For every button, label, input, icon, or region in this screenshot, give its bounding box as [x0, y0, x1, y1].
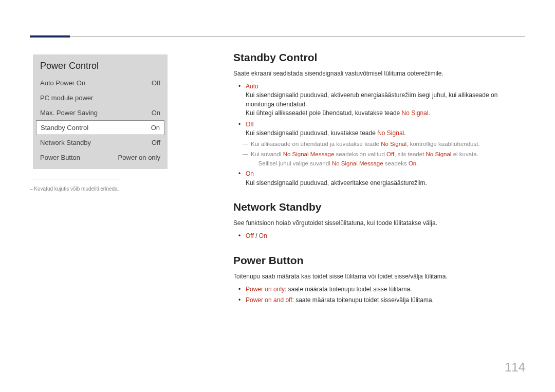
option-off: Off	[246, 232, 254, 239]
panel-row-label: Max. Power Saving	[40, 109, 98, 117]
panel-row-value: Off	[152, 79, 160, 87]
standby-off-subnote-3: — Sellisel juhul valige suvandi No Signa…	[246, 159, 524, 168]
panel-row-standby-control[interactable]: Standby Control On	[36, 120, 164, 135]
network-intro: See funktsioon hoiab võrgutoidet sisselü…	[233, 218, 524, 228]
panel-row-label: Network Standby	[40, 139, 91, 146]
standby-option-off: Off Kui sisendsignaalid puuduvad, kuvata…	[233, 120, 524, 138]
standby-option-on: On Kui sisendsignaalid puuduvad, aktivee…	[233, 170, 524, 188]
standby-intro: Saate ekraani seadistada sisendsignaali …	[233, 69, 524, 78]
option-text: : saate määrata toitenupu toidet sisse l…	[285, 286, 412, 293]
panel-row-value: On	[151, 124, 160, 132]
standby-option-auto: Auto Kui sisendsignaalid puuduvad, aktiv…	[233, 82, 524, 118]
option-text: Kui ühtegi allikaseadet pole ühendatud, …	[246, 109, 402, 117]
content-area: Standby Control Saate ekraani seadistada…	[233, 51, 524, 307]
powerbtn-option-on-and-off: Power on and off: saate määrata toitenup…	[233, 296, 524, 305]
heading-standby-control: Standby Control	[233, 51, 524, 64]
panel-row-label: Standby Control	[41, 124, 88, 132]
header-accent	[30, 35, 70, 38]
page-number: 114	[505, 360, 525, 375]
option-label: Off	[246, 121, 254, 128]
panel-row-max-power-saving[interactable]: Max. Power Saving On	[33, 105, 168, 120]
option-text: : saate määrata toitenupu toidet sisse/v…	[292, 296, 434, 304]
panel-row-value: Power on only	[118, 154, 160, 161]
network-options: Off / On	[233, 232, 524, 240]
option-label: Power on only	[246, 286, 285, 293]
option-label: Auto	[246, 83, 258, 90]
option-text: Kui sisendsignaalid puuduvad, kuvatakse …	[246, 129, 377, 137]
option-text: Kui sisendsignaalid puuduvad, aktiveerub…	[246, 91, 497, 107]
powerbtn-intro: Toitenupu saab määrata kas toidet sisse …	[233, 272, 524, 281]
note-divider	[33, 179, 121, 179]
panel-row-value: On	[152, 109, 160, 117]
option-text: Kui sisendsignaalid puuduvad, aktiveerit…	[246, 179, 427, 186]
heading-power-button: Power Button	[233, 254, 524, 267]
panel-row-network-standby[interactable]: Network Standby Off	[33, 135, 168, 150]
power-control-panel: Power Control Auto Power On Off PC modul…	[33, 54, 168, 169]
panel-row-label: PC module power	[40, 94, 93, 102]
inline-term: No Signal	[402, 109, 429, 117]
panel-row-auto-power-on[interactable]: Auto Power On Off	[33, 76, 168, 90]
panel-row-pc-module-power[interactable]: PC module power	[33, 90, 168, 105]
panel-row-value: Off	[152, 139, 160, 146]
heading-network-standby: Network Standby	[233, 201, 524, 213]
option-text: .	[404, 129, 405, 137]
option-on: On	[259, 232, 267, 239]
model-note: – Kuvatud kujutis võib mudeliti erineda.	[30, 186, 169, 192]
panel-title: Power Control	[33, 54, 168, 76]
standby-off-subnote-2: Kui suvandi No Signal Message seadeks on…	[246, 150, 524, 159]
inline-term: No Signal	[377, 129, 404, 137]
panel-row-label: Auto Power On	[40, 79, 85, 87]
option-text: .	[429, 109, 430, 117]
standby-off-subnote-1: Kui allikaseade on ühendatud ja kuvataks…	[246, 140, 524, 148]
powerbtn-option-on-only: Power on only: saate määrata toitenupu t…	[233, 285, 524, 294]
option-sep: /	[254, 232, 259, 239]
option-label: On	[246, 170, 254, 177]
option-label: Power on and off	[246, 296, 292, 304]
header-rule	[30, 36, 525, 36]
panel-row-label: Power Button	[40, 154, 80, 161]
panel-row-power-button[interactable]: Power Button Power on only	[33, 150, 168, 165]
